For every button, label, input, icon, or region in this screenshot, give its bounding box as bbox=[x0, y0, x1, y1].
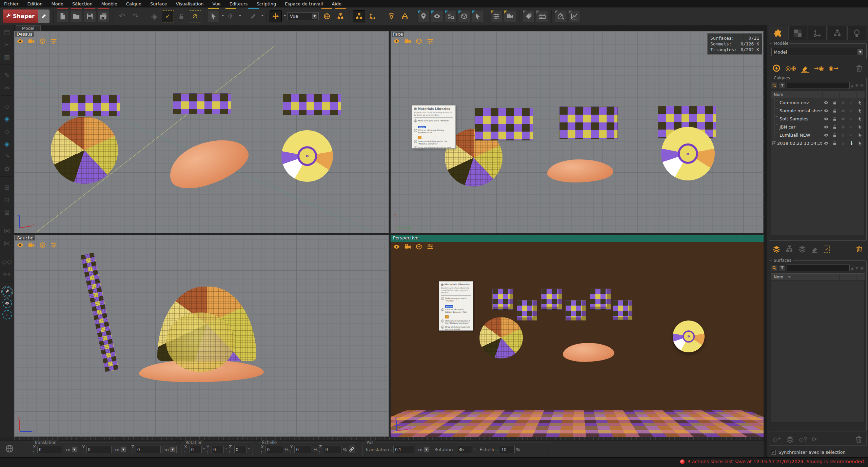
select-cursor-icon[interactable] bbox=[856, 141, 864, 146]
undo-button[interactable]: ↶ bbox=[116, 10, 128, 22]
viewport-eye-icon[interactable] bbox=[393, 38, 400, 45]
render-hash-icon[interactable]: # bbox=[839, 108, 847, 113]
nodes-pair-button[interactable]: ◇◇ bbox=[1, 255, 14, 268]
camera-view-button[interactable] bbox=[504, 10, 516, 22]
open-file-button[interactable] bbox=[70, 10, 82, 22]
visible-eye-icon[interactable] bbox=[822, 108, 830, 113]
foreground-arrow-icon[interactable]: ↓ bbox=[847, 140, 856, 146]
menu-surface[interactable]: Surface bbox=[150, 1, 167, 6]
delete-layer-button[interactable] bbox=[855, 245, 863, 253]
shaper-mode-button[interactable]: Shaper bbox=[3, 9, 50, 23]
menu-aide[interactable]: Aide bbox=[332, 1, 341, 6]
paint-mode-button[interactable] bbox=[38, 9, 50, 23]
active-check-icon[interactable]: ✓ bbox=[847, 108, 856, 113]
world-axis-button[interactable] bbox=[321, 10, 333, 22]
cut-button[interactable]: ✂ bbox=[1, 38, 14, 51]
select-cursor-icon[interactable] bbox=[856, 133, 864, 138]
step-scale-input[interactable] bbox=[500, 446, 515, 453]
surfaces-list-header[interactable]: Nom ◥ bbox=[771, 273, 865, 281]
rotation-z-input[interactable] bbox=[234, 446, 246, 453]
copy-button[interactable]: ▥ bbox=[1, 51, 14, 63]
visible-eye-icon[interactable] bbox=[822, 116, 830, 121]
menu-mode[interactable]: Mode bbox=[51, 1, 63, 6]
timeline-tick-strip[interactable] bbox=[14, 437, 764, 440]
scale-y-input[interactable] bbox=[294, 446, 312, 453]
layer-row-current[interactable]: + 2018.02.22 13:34:35 Step... # ↓ bbox=[771, 139, 864, 147]
translation-y-unit[interactable]: m▼ bbox=[113, 446, 127, 453]
fly-tool-button[interactable]: ✈ bbox=[225, 10, 237, 22]
add-surface-button[interactable]: ◇⁺ bbox=[773, 435, 781, 443]
local-axis-button[interactable] bbox=[367, 10, 379, 22]
viewport-shading-cube-icon[interactable] bbox=[415, 38, 422, 45]
save-incremental-button[interactable] bbox=[97, 10, 110, 22]
grid-add-button[interactable]: ⊞ bbox=[1, 181, 14, 193]
menu-modele[interactable]: Modèle bbox=[101, 1, 117, 6]
viewport-face[interactable]: ʚ Surfaces:0/21 Sommets:0/126 K Triangle… bbox=[391, 31, 764, 233]
lock-button[interactable] bbox=[175, 10, 188, 22]
viewport-camera-icon[interactable] bbox=[28, 241, 35, 249]
grid-remove-button[interactable]: ⊟ bbox=[1, 194, 14, 206]
split-button[interactable]: ✂ bbox=[1, 82, 14, 94]
new-item-button[interactable] bbox=[772, 64, 781, 72]
uniform-scale-link-button[interactable] bbox=[348, 445, 355, 454]
world-space-button[interactable] bbox=[5, 444, 14, 454]
surfaces-move-up-button[interactable]: ▲ bbox=[851, 266, 854, 270]
translation-y-input[interactable] bbox=[86, 446, 112, 453]
assign-surface-button[interactable] bbox=[786, 435, 794, 443]
layers-filter-button[interactable] bbox=[779, 82, 786, 89]
viewport-settings-icon[interactable] bbox=[50, 241, 57, 249]
surfaces-move-down-button[interactable]: ▼ bbox=[855, 266, 859, 270]
panel-tab-items[interactable] bbox=[769, 26, 787, 40]
translation-z-unit[interactable]: m▼ bbox=[162, 446, 177, 453]
locators-button[interactable] bbox=[417, 10, 430, 22]
menu-visualisation[interactable]: Visualisation bbox=[176, 1, 204, 6]
viewport-settings-icon[interactable] bbox=[427, 243, 434, 250]
scale-x-input[interactable] bbox=[265, 446, 283, 453]
save-button[interactable] bbox=[84, 10, 96, 22]
menu-scripting[interactable]: Scripting bbox=[256, 1, 276, 6]
viewport-camera-icon[interactable] bbox=[404, 243, 411, 250]
delete-item-button[interactable] bbox=[855, 64, 863, 72]
menu-calque[interactable]: Calque bbox=[126, 1, 141, 6]
menu-selection[interactable]: Sélection bbox=[72, 1, 93, 6]
parent-axis-button[interactable] bbox=[334, 10, 347, 22]
move-tool-button[interactable] bbox=[270, 10, 282, 22]
step-translation-input[interactable] bbox=[393, 446, 414, 453]
menu-editeurs[interactable]: Editeurs bbox=[230, 1, 248, 6]
graph-editor-button[interactable] bbox=[568, 10, 580, 22]
layers-list-header[interactable]: Nom bbox=[771, 91, 865, 98]
apply-check-button[interactable]: ✓ bbox=[824, 246, 830, 253]
rotation-x-input[interactable] bbox=[190, 446, 202, 453]
active-check-icon[interactable]: ✓ bbox=[847, 124, 856, 130]
tool-circle-add-button[interactable]: + bbox=[2, 310, 12, 319]
sync-selection-button[interactable]: ◈ bbox=[1, 113, 14, 125]
new-file-button[interactable] bbox=[57, 10, 69, 22]
area-light-button[interactable] bbox=[385, 10, 397, 22]
layers-move-down-button[interactable]: ▼ bbox=[855, 83, 859, 88]
translation-x-input[interactable] bbox=[37, 446, 62, 453]
hierarchy-mode-button[interactable] bbox=[353, 10, 365, 22]
active-check-icon[interactable]: ✓ bbox=[847, 133, 856, 138]
import-item-button[interactable]: →◉ bbox=[814, 65, 824, 72]
viewport-camera-icon[interactable] bbox=[28, 38, 35, 45]
panel-tab-transform[interactable] bbox=[808, 26, 827, 40]
active-check-icon[interactable]: ✓ bbox=[847, 100, 856, 105]
render-hash-icon[interactable]: # bbox=[839, 133, 847, 138]
layers-move-up-button[interactable]: ▲ bbox=[851, 83, 854, 88]
panel-tab-lights[interactable] bbox=[847, 26, 866, 40]
select-cursor-icon[interactable] bbox=[856, 116, 864, 121]
redo-step-button[interactable]: ↷ bbox=[1, 150, 14, 162]
draw-hide-dropdown[interactable] bbox=[261, 15, 264, 18]
render-hash-icon[interactable]: # bbox=[839, 100, 847, 105]
surfaces-search-button[interactable] bbox=[771, 265, 778, 271]
surfaces-search-input[interactable] bbox=[787, 265, 850, 271]
export-item-button[interactable]: ◉→ bbox=[829, 65, 839, 72]
layers-clear-button[interactable]: ⊗ bbox=[860, 83, 865, 88]
menu-edition[interactable]: Edition bbox=[27, 1, 43, 6]
viewport-dessus[interactable]: ʚ Dessus xz bbox=[14, 31, 389, 233]
spot-light-button[interactable] bbox=[399, 10, 411, 22]
tab-model[interactable]: Model bbox=[16, 25, 41, 31]
merge-in-button[interactable]: ⋈ bbox=[1, 225, 14, 237]
lock-icon[interactable] bbox=[830, 108, 839, 113]
pick-button[interactable] bbox=[472, 10, 484, 22]
